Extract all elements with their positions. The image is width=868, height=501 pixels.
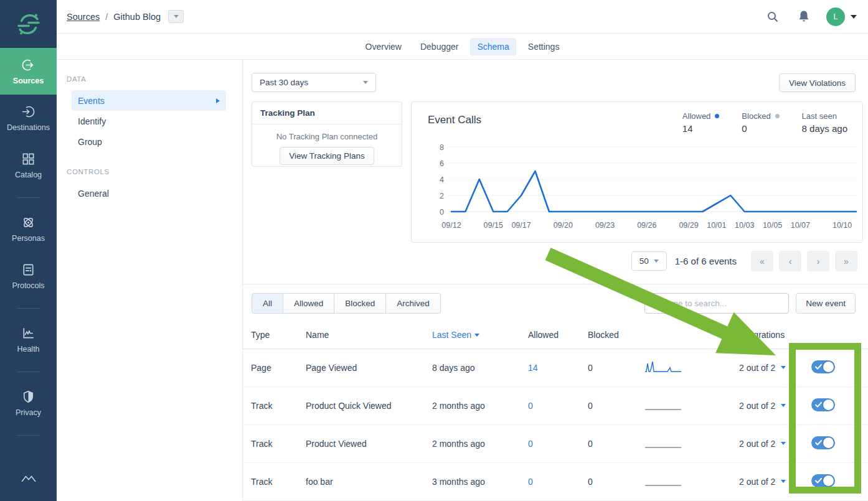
next-page-button[interactable]: › <box>807 251 829 271</box>
activity-sparkline <box>644 472 682 489</box>
svg-text:10/03: 10/03 <box>735 221 754 230</box>
source-switcher-button[interactable] <box>168 10 184 23</box>
cell-toggle <box>806 349 868 386</box>
notifications-button[interactable] <box>798 10 810 23</box>
search-button[interactable] <box>767 11 779 23</box>
integrations-dropdown[interactable]: 2 out of 2 <box>739 401 786 411</box>
cell-type: Page <box>243 349 306 386</box>
filter-tab-archived[interactable]: Archived <box>386 293 441 314</box>
chevron-down-icon <box>363 81 368 84</box>
page-size-select[interactable]: 50 <box>631 251 667 271</box>
app-nav: SourcesDestinationsCatalogPersonasProtoc… <box>0 48 57 443</box>
breadcrumb-sources-link[interactable]: Sources <box>67 12 100 22</box>
tab-schema[interactable]: Schema <box>470 38 516 55</box>
view-violations-button[interactable]: View Violations <box>779 73 856 92</box>
allowed-count-link[interactable]: 0 <box>528 477 533 487</box>
svg-text:09/12: 09/12 <box>441 221 461 230</box>
sidebar-item-catalog[interactable]: Catalog <box>0 142 57 189</box>
privacy-icon <box>21 390 35 404</box>
filter-tab-blocked[interactable]: Blocked <box>334 293 386 314</box>
events-table: TypeNameLast SeenAllowedBlockedIntegrati… <box>243 322 868 501</box>
sidebar-item-privacy[interactable]: Privacy <box>0 380 57 427</box>
cell-integrations: 2 out of 2 <box>739 349 806 386</box>
pagination-buttons: «‹›» <box>745 251 857 271</box>
cell-integrations: 2 out of 2 <box>739 386 806 424</box>
allowed-count-link[interactable]: 14 <box>528 363 538 373</box>
sidebar-item-health[interactable]: Health <box>0 316 57 363</box>
check-icon <box>815 402 822 408</box>
segment-logo-icon <box>15 11 42 38</box>
destinations-icon <box>21 105 35 119</box>
chevron-down-icon <box>781 404 786 407</box>
protocols-icon <box>21 263 35 277</box>
event-enabled-toggle[interactable] <box>811 474 835 487</box>
column-header-toggle <box>806 322 868 349</box>
allowed-count-link[interactable]: 0 <box>528 401 533 411</box>
tab-debugger[interactable]: Debugger <box>413 38 466 55</box>
new-event-button[interactable]: New event <box>796 293 856 314</box>
account-menu-caret-icon[interactable] <box>851 15 857 19</box>
tracking-plan-empty-message: No Tracking Plan connected <box>252 132 402 141</box>
avatar[interactable]: L <box>826 7 845 26</box>
allowed-count-link[interactable]: 0 <box>528 439 533 449</box>
svg-text:09/15: 09/15 <box>484 221 503 230</box>
legend-item-allowed: Allowed14 <box>682 111 720 134</box>
sidebar-item-general[interactable]: General <box>57 183 242 204</box>
chevron-down-icon <box>781 366 786 369</box>
tab-settings[interactable]: Settings <box>521 38 567 55</box>
event-enabled-toggle[interactable] <box>811 398 835 411</box>
legend-label: Last seen <box>802 111 847 121</box>
view-tracking-plans-button[interactable]: View Tracking Plans <box>280 147 374 165</box>
svg-text:10/05: 10/05 <box>763 221 782 230</box>
check-icon <box>815 478 822 484</box>
integrations-count: 2 out of 2 <box>739 477 775 487</box>
workspace-item[interactable] <box>0 475 57 482</box>
sidebar-item-identify[interactable]: Identify <box>57 111 242 131</box>
first-page-button[interactable]: « <box>751 251 773 271</box>
cell-activity <box>644 424 739 462</box>
events-search-input[interactable] <box>644 293 789 314</box>
legend-value: 0 <box>742 123 779 134</box>
sidebar-item-label: General <box>78 189 109 199</box>
cell-activity <box>644 386 739 424</box>
sidebar-item-sources[interactable]: Sources <box>0 48 57 95</box>
sidebar-item-destinations[interactable]: Destinations <box>0 95 57 142</box>
cell-type: Track <box>243 462 306 500</box>
sort-caret-icon <box>474 334 479 337</box>
integrations-count: 2 out of 2 <box>739 439 775 449</box>
event-enabled-toggle[interactable] <box>811 436 835 449</box>
svg-text:2: 2 <box>440 192 444 200</box>
svg-text:10/01: 10/01 <box>707 221 726 230</box>
toggle-knob <box>823 362 834 372</box>
source-tabs: OverviewDebuggerSchemaSettings <box>57 34 868 60</box>
events-table-section: AllAllowedBlockedArchived New event <box>243 284 868 501</box>
svg-text:6: 6 <box>440 159 444 168</box>
catalog-icon <box>21 152 35 166</box>
integrations-dropdown[interactable]: 2 out of 2 <box>739 363 786 373</box>
cell-name: Product Quick Viewed <box>306 386 432 424</box>
filter-tab-all[interactable]: All <box>252 293 283 314</box>
tab-overview[interactable]: Overview <box>359 38 408 55</box>
svg-text:09/20: 09/20 <box>554 221 573 230</box>
svg-text:09/23: 09/23 <box>595 221 615 230</box>
sidebar-item-protocols[interactable]: Protocols <box>0 253 57 300</box>
sort-control[interactable]: Last Seen <box>432 330 479 340</box>
activity-sparkline <box>644 358 682 375</box>
sidebar-item-events[interactable]: Events <box>72 90 226 111</box>
segment-logo[interactable] <box>0 0 57 48</box>
sidebar-item-personas[interactable]: Personas <box>0 205 57 253</box>
filter-tab-allowed[interactable]: Allowed <box>283 293 334 314</box>
event-calls-legend: Allowed14Blocked0Last seen8 days ago <box>682 111 847 134</box>
section-heading-data: DATA <box>57 75 242 85</box>
column-header-activity <box>644 322 739 349</box>
cell-type: Track <box>243 386 306 424</box>
date-range-select[interactable]: Past 30 days <box>252 73 376 92</box>
last-page-button[interactable]: » <box>835 251 857 271</box>
integrations-dropdown[interactable]: 2 out of 2 <box>739 477 786 487</box>
event-enabled-toggle[interactable] <box>811 360 835 373</box>
sidebar-item-group[interactable]: Group <box>57 131 242 152</box>
integrations-dropdown[interactable]: 2 out of 2 <box>739 439 786 449</box>
prev-page-button[interactable]: ‹ <box>779 251 801 271</box>
legend-value: 14 <box>682 123 720 134</box>
svg-text:09/26: 09/26 <box>637 221 656 230</box>
